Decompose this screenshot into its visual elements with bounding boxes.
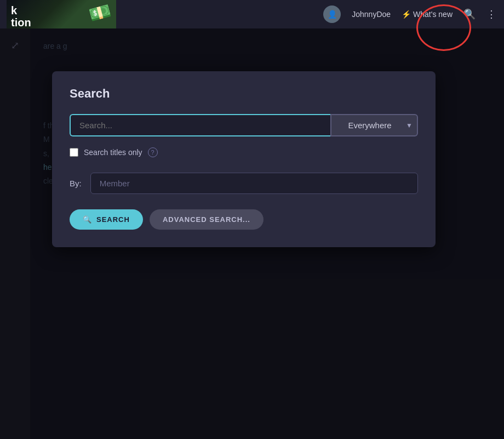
help-icon[interactable]: ? <box>148 147 158 157</box>
by-label: By: <box>70 179 82 188</box>
scope-select[interactable]: Everywhere This Forum This Thread <box>330 114 418 136</box>
search-popup: Search Everywhere This Forum This Thread… <box>52 71 436 247</box>
titles-only-row: Search titles only ? <box>70 147 418 157</box>
nav-thumbnail: k tion 💵 <box>7 0 116 28</box>
search-buttons-row: 🔍 SEARCH ADVANCED SEARCH... <box>70 209 418 230</box>
titles-only-label[interactable]: Search titles only <box>84 148 142 157</box>
scope-select-wrapper: Everywhere This Forum This Thread ▼ <box>330 114 418 136</box>
search-input-row: Everywhere This Forum This Thread ▼ <box>70 114 418 136</box>
nav-right-section: 👤 JohnnyDoe ⚡ What's new 🔍 ⋮ <box>323 5 497 23</box>
search-button-icon: 🔍 <box>83 215 92 224</box>
titles-only-checkbox[interactable] <box>70 148 78 157</box>
whats-new-button[interactable]: ⚡ What's new <box>402 10 453 19</box>
advanced-search-label: ADVANCED SEARCH... <box>163 215 250 224</box>
search-nav-icon[interactable]: 🔍 <box>463 8 476 20</box>
search-button[interactable]: 🔍 SEARCH <box>70 209 143 230</box>
whats-new-label: What's new <box>413 10 453 19</box>
bolt-icon: ⚡ <box>402 10 411 19</box>
more-options-icon[interactable]: ⋮ <box>486 8 497 20</box>
top-nav: k tion 💵 👤 JohnnyDoe ⚡ What's new 🔍 ⋮ <box>0 0 504 28</box>
search-button-label: SEARCH <box>96 215 130 224</box>
member-input[interactable] <box>90 173 418 194</box>
advanced-search-button[interactable]: ADVANCED SEARCH... <box>150 209 264 230</box>
thumbnail-money-icon: 💵 <box>87 0 113 26</box>
avatar[interactable]: 👤 <box>323 5 341 23</box>
by-member-row: By: <box>70 173 418 194</box>
thumbnail-text: k tion <box>11 4 31 28</box>
nav-username: JohnnyDoe <box>352 10 391 19</box>
search-input[interactable] <box>70 114 330 136</box>
search-title: Search <box>70 87 418 101</box>
